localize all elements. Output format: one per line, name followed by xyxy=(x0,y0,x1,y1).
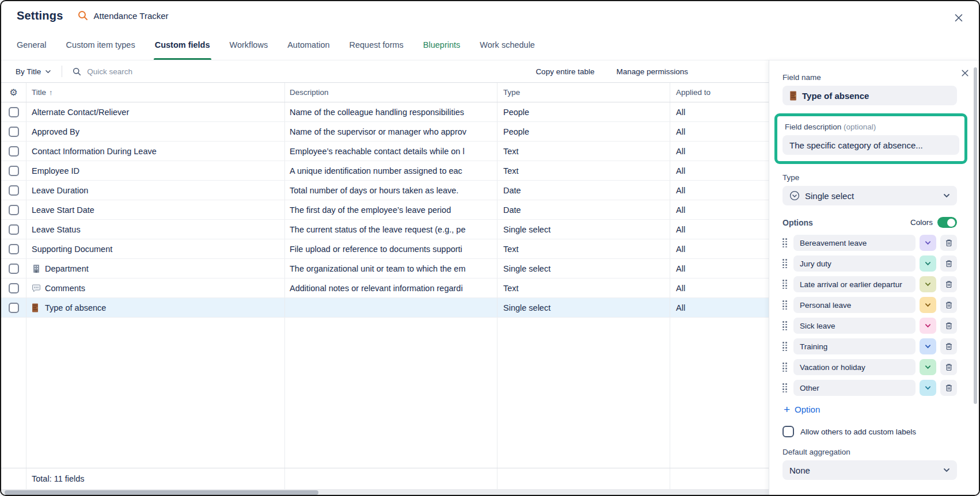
table-row[interactable]: Department The organizational unit or te… xyxy=(1,259,769,278)
option-input[interactable]: Personal leave xyxy=(793,297,916,313)
quick-search-input[interactable] xyxy=(87,67,214,76)
option-color-button[interactable] xyxy=(920,297,936,313)
tab-request-forms[interactable]: Request forms xyxy=(350,30,404,60)
row-checkbox[interactable] xyxy=(9,127,19,137)
option-input[interactable]: Late arrival or earlier departur xyxy=(793,276,916,292)
row-checkbox[interactable] xyxy=(9,205,19,215)
table-row[interactable]: Approved By Name of the supervisor or ma… xyxy=(1,122,769,142)
option-input[interactable]: Bereavement leave xyxy=(793,235,916,251)
trash-icon[interactable] xyxy=(940,318,957,334)
tab-workflows[interactable]: Workflows xyxy=(230,30,268,60)
table-row[interactable]: Leave Status The current status of the l… xyxy=(1,220,769,239)
table-row[interactable]: Contact Information During Leave Employe… xyxy=(1,142,769,161)
search-value: Attendance Tracker xyxy=(94,11,169,21)
trash-icon[interactable] xyxy=(940,380,957,396)
drag-handle-icon[interactable] xyxy=(783,259,788,268)
option-row: Training xyxy=(783,338,957,354)
option-color-button[interactable] xyxy=(920,276,936,292)
options-label: Options xyxy=(783,218,813,227)
trash-icon[interactable] xyxy=(940,276,957,292)
row-checkbox[interactable] xyxy=(9,107,19,117)
column-settings-button[interactable]: ⚙ xyxy=(1,83,26,102)
field-name-input[interactable]: Type of absence xyxy=(783,86,957,105)
table-row[interactable]: Leave Duration Total number of days or h… xyxy=(1,181,769,200)
copy-entire-table-button[interactable]: Copy entire table xyxy=(535,67,594,76)
drag-handle-icon[interactable] xyxy=(783,280,788,289)
custom-fields-table-area: By Title Copy entire table Manage permis… xyxy=(1,60,769,496)
column-header-applied-to[interactable]: Applied to xyxy=(670,83,769,102)
drag-handle-icon[interactable] xyxy=(783,363,788,372)
option-input[interactable]: Other xyxy=(793,380,916,396)
trash-icon[interactable] xyxy=(940,235,957,251)
panel-scrollbar-thumb[interactable] xyxy=(974,67,977,404)
tab-blueprints[interactable]: Blueprints xyxy=(423,30,460,60)
allow-custom-labels-checkbox[interactable] xyxy=(783,426,794,437)
tab-general[interactable]: General xyxy=(17,30,47,60)
option-color-button[interactable] xyxy=(920,359,936,375)
field-name-label: Field name xyxy=(783,73,957,82)
table-header-row: ⚙ Title ↑ Description Type Applied to xyxy=(1,82,769,102)
door-icon xyxy=(32,303,41,312)
default-aggregation-select[interactable]: None xyxy=(783,460,957,480)
option-color-button[interactable] xyxy=(920,338,936,354)
header-search[interactable]: Attendance Tracker xyxy=(78,10,169,21)
row-checkbox[interactable] xyxy=(9,146,19,157)
chevron-down-icon xyxy=(943,468,950,472)
add-option-button[interactable]: + Option xyxy=(784,404,957,415)
sort-ascending-icon: ↑ xyxy=(49,88,53,97)
row-checkbox[interactable] xyxy=(9,224,19,235)
tab-custom-item-types[interactable]: Custom item types xyxy=(66,30,135,60)
trash-icon[interactable] xyxy=(940,338,957,354)
row-checkbox[interactable] xyxy=(9,264,19,274)
column-header-type[interactable]: Type xyxy=(497,83,670,102)
close-icon[interactable] xyxy=(959,67,971,79)
row-checkbox[interactable] xyxy=(9,303,19,313)
tab-custom-fields[interactable]: Custom fields xyxy=(155,30,210,60)
close-icon[interactable] xyxy=(952,12,965,24)
table-row[interactable]: Leave Start Date The first day of the em… xyxy=(1,200,769,220)
annotation-highlight-box: Field description (optional) The specifi… xyxy=(774,113,967,164)
field-editor-panel: Field name Type of absence Field descrip… xyxy=(769,60,979,496)
row-checkbox[interactable] xyxy=(9,185,19,196)
tab-automation[interactable]: Automation xyxy=(287,30,329,60)
option-input[interactable]: Training xyxy=(793,338,916,354)
horizontal-scrollbar-thumb[interactable] xyxy=(5,490,318,495)
drag-handle-icon[interactable] xyxy=(783,238,788,247)
table-row[interactable]: Employee ID A unique identification numb… xyxy=(1,161,769,181)
tab-work-schedule[interactable]: Work schedule xyxy=(480,30,535,60)
option-input[interactable]: Jury duty xyxy=(793,255,916,272)
option-color-button[interactable] xyxy=(920,318,936,334)
trash-icon[interactable] xyxy=(940,297,957,313)
table-row[interactable]: Alternate Contact/Reliever Name of the c… xyxy=(1,102,769,122)
field-description-input[interactable]: The specific category of absence... xyxy=(783,135,959,155)
option-row: Vacation or holiday xyxy=(783,359,957,375)
manage-permissions-button[interactable]: Manage permissions xyxy=(616,67,688,76)
option-color-button[interactable] xyxy=(920,235,936,251)
table-row[interactable]: Supporting Document File upload or refer… xyxy=(1,239,769,259)
trash-icon[interactable] xyxy=(940,359,957,375)
option-color-button[interactable] xyxy=(920,380,936,396)
row-checkbox[interactable] xyxy=(9,283,19,293)
row-checkbox[interactable] xyxy=(9,244,19,254)
sort-by-dropdown[interactable]: By Title xyxy=(16,67,51,76)
column-header-title[interactable]: Title ↑ xyxy=(26,83,285,102)
trash-icon[interactable] xyxy=(940,255,957,272)
option-input[interactable]: Sick leave xyxy=(793,318,916,334)
drag-handle-icon[interactable] xyxy=(783,321,788,330)
type-select[interactable]: Single select xyxy=(783,186,957,205)
drag-handle-icon[interactable] xyxy=(783,342,788,351)
colors-toggle[interactable] xyxy=(937,217,957,228)
colors-label: Colors xyxy=(910,218,933,227)
drag-handle-icon[interactable] xyxy=(783,300,788,310)
option-row: Personal leave xyxy=(783,297,957,313)
option-color-button[interactable] xyxy=(920,255,936,272)
column-header-description[interactable]: Description xyxy=(285,83,497,102)
row-checkbox[interactable] xyxy=(9,166,19,176)
option-input[interactable]: Vacation or holiday xyxy=(793,359,916,375)
horizontal-scrollbar[interactable] xyxy=(1,489,769,496)
header: Settings Attendance Tracker xyxy=(1,1,979,30)
allow-custom-labels-label: Allow others to add custom labels xyxy=(800,428,916,436)
table-row[interactable]: Comments Additional notes or relevant in… xyxy=(1,278,769,298)
table-row-selected[interactable]: Type of absence Single select All xyxy=(1,298,769,318)
drag-handle-icon[interactable] xyxy=(783,383,788,392)
